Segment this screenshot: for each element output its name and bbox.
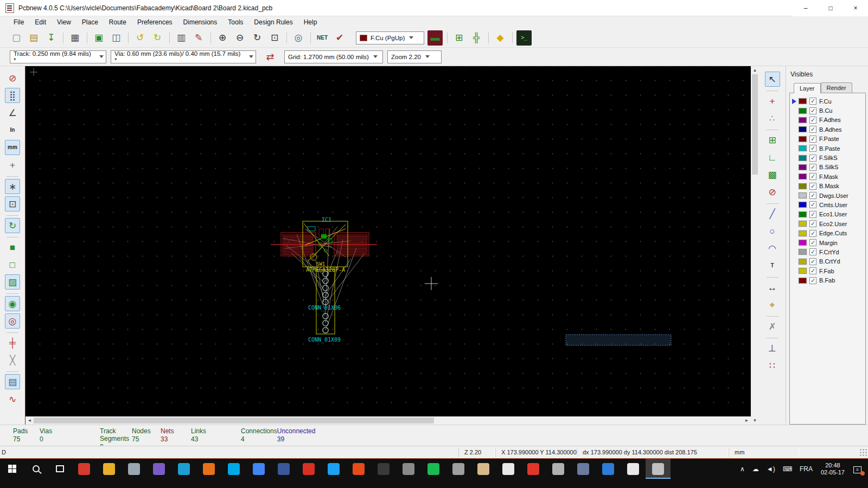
auto-track-width-button[interactable]: ⇄ bbox=[263, 49, 278, 65]
taskbar-app-17[interactable] bbox=[471, 459, 496, 479]
layer-visibility-checkbox[interactable] bbox=[809, 277, 816, 284]
layer-visibility-checkbox[interactable] bbox=[809, 211, 816, 218]
redo-button[interactable]: ↻ bbox=[150, 30, 165, 46]
action-center-button[interactable]: ≡ bbox=[849, 459, 868, 479]
save-board-button[interactable]: ↧ bbox=[43, 30, 59, 46]
menu-place[interactable]: Place bbox=[77, 17, 103, 27]
layer-color-swatch[interactable] bbox=[799, 98, 807, 104]
tab-layer[interactable]: Layer bbox=[794, 83, 821, 93]
layer-row-b-cu[interactable]: B.Cu bbox=[791, 106, 864, 115]
taskbar-app-10[interactable] bbox=[296, 459, 321, 479]
offset-origin-button[interactable]: ⊥ bbox=[765, 341, 780, 356]
layer-color-swatch[interactable] bbox=[799, 202, 807, 208]
layer-visibility-checkbox[interactable] bbox=[809, 201, 816, 208]
scroll-left-icon[interactable]: ◄ bbox=[25, 416, 34, 425]
layer-visibility-checkbox[interactable] bbox=[809, 117, 816, 124]
zone-sketch-button[interactable]: ▨ bbox=[5, 274, 20, 290]
footprint-editor-button[interactable]: ▣ bbox=[91, 30, 106, 46]
taskbar-clock[interactable]: 20:48 02-05-17 bbox=[816, 459, 849, 479]
layer-row-b-fab[interactable]: B.Fab bbox=[791, 275, 864, 285]
track-display-style-button[interactable]: ▬ bbox=[427, 30, 443, 46]
module-ratsnest-button[interactable]: ⊡ bbox=[5, 196, 20, 211]
taskbar-app-spotify[interactable] bbox=[421, 459, 446, 479]
taskbar-app-chrome[interactable] bbox=[246, 459, 271, 479]
drill-origin-button[interactable]: ⌖ bbox=[765, 297, 780, 312]
page-settings-button[interactable]: ▦ bbox=[67, 30, 82, 46]
layer-visibility-checkbox[interactable] bbox=[809, 107, 816, 114]
tray-keyboard-icon[interactable]: ⌨ bbox=[779, 459, 796, 479]
layer-row-eco2-user[interactable]: Eco2.User bbox=[791, 219, 864, 228]
add-keepout-button[interactable]: ⊘ bbox=[765, 184, 780, 200]
netlist-button[interactable]: NET bbox=[315, 30, 330, 46]
menu-preferences[interactable]: Preferences bbox=[132, 17, 177, 27]
layer-visibility-checkbox[interactable] bbox=[809, 98, 816, 105]
layer-row-eco1-user[interactable]: Eco1.User bbox=[791, 210, 864, 219]
tray-cloud-icon[interactable]: ☁ bbox=[749, 459, 763, 479]
drc-button[interactable]: ✔ bbox=[332, 30, 347, 46]
zoom-level-dropdown[interactable]: Zoom 2.20 bbox=[387, 50, 442, 63]
footprint-browser-button[interactable]: ◫ bbox=[108, 30, 124, 46]
grid-origin-button[interactable]: ∷ bbox=[765, 358, 780, 373]
close-button[interactable]: × bbox=[843, 0, 868, 16]
layer-color-swatch[interactable] bbox=[799, 240, 807, 246]
new-board-button[interactable]: ▢ bbox=[9, 30, 24, 46]
menu-tools[interactable]: Tools bbox=[223, 17, 248, 27]
taskbar-app-firefox[interactable] bbox=[196, 459, 221, 479]
menu-view[interactable]: View bbox=[52, 17, 76, 27]
maximize-button[interactable]: □ bbox=[818, 0, 843, 16]
scroll-down-icon[interactable]: ▼ bbox=[751, 416, 759, 425]
local-ratsnest-button[interactable]: ∴ bbox=[765, 111, 780, 126]
add-footprint-button[interactable]: ⊞ bbox=[765, 132, 780, 147]
layer-color-swatch[interactable] bbox=[799, 145, 807, 151]
menu-route[interactable]: Route bbox=[104, 17, 131, 27]
layer-row-f-adhes[interactable]: F.Adhes bbox=[791, 115, 864, 125]
open-board-button[interactable]: ▤ bbox=[26, 30, 41, 46]
taskbar-app-edge[interactable] bbox=[171, 459, 196, 479]
taskbar-app-20[interactable] bbox=[546, 459, 571, 479]
scroll-right-icon[interactable]: ► bbox=[743, 416, 751, 425]
layer-visibility-checkbox[interactable] bbox=[809, 164, 816, 171]
cursor-shape-button[interactable]: + bbox=[5, 157, 20, 172]
layer-row-b-paste[interactable]: B.Paste bbox=[791, 144, 864, 153]
print-button[interactable]: ▥ bbox=[174, 30, 189, 46]
layer-visibility-checkbox[interactable] bbox=[809, 220, 816, 227]
layer-color-swatch[interactable] bbox=[799, 259, 807, 265]
layers-manager-button[interactable]: ▤ bbox=[5, 374, 20, 389]
layer-row-b-silks[interactable]: B.SilkS bbox=[791, 163, 864, 172]
layer-visibility-checkbox[interactable] bbox=[809, 267, 816, 274]
layer-row-b-adhes[interactable]: B.Adhes bbox=[791, 125, 864, 134]
polar-coords-button[interactable]: ∠ bbox=[5, 105, 20, 120]
route-mode-button[interactable]: ╬ bbox=[469, 30, 484, 46]
undo-button[interactable]: ↺ bbox=[132, 30, 148, 46]
layer-color-swatch[interactable] bbox=[799, 174, 807, 179]
units-inch-button[interactable]: In bbox=[5, 123, 20, 138]
layer-row-f-crtyd[interactable]: F.CrtYd bbox=[791, 247, 864, 256]
hscroll-thumb[interactable] bbox=[34, 418, 434, 423]
grid-visibility-button[interactable]: ⣿ bbox=[5, 88, 20, 103]
tracks-display-button[interactable]: ╳ bbox=[5, 352, 20, 368]
layer-row-edge-cuts[interactable]: Edge.Cuts bbox=[791, 228, 864, 237]
layer-row-b-mask[interactable]: B.Mask bbox=[791, 182, 864, 191]
layer-row-f-cu[interactable]: F.Cu bbox=[791, 97, 864, 106]
layer-row-f-fab[interactable]: F.Fab bbox=[791, 266, 864, 275]
layer-color-swatch[interactable] bbox=[799, 221, 807, 227]
taskbar-app-13[interactable] bbox=[371, 459, 396, 479]
tab-render[interactable]: Render bbox=[821, 82, 852, 93]
redraw-button[interactable]: ↻ bbox=[250, 30, 265, 46]
layer-color-swatch[interactable] bbox=[799, 164, 807, 170]
delete-tool-button[interactable]: ✗ bbox=[765, 319, 780, 334]
find-button[interactable]: ◎ bbox=[291, 30, 306, 46]
python-console-button[interactable]: >_ bbox=[516, 30, 532, 46]
tray-volume-icon[interactable]: ◄) bbox=[763, 459, 779, 479]
layer-row-f-mask[interactable]: F.Mask bbox=[791, 172, 864, 181]
layer-color-swatch[interactable] bbox=[799, 211, 807, 217]
route-track-button[interactable]: ∟ bbox=[765, 150, 780, 165]
taskbar-app-3[interactable] bbox=[122, 459, 146, 479]
zoom-in-button[interactable]: ⊕ bbox=[215, 30, 230, 46]
tray-language-indicator[interactable]: FRA bbox=[796, 459, 816, 479]
ratsnest-visibility-button[interactable]: ∗ bbox=[5, 179, 20, 194]
layer-visibility-checkbox[interactable] bbox=[809, 248, 816, 255]
layer-visibility-checkbox[interactable] bbox=[809, 239, 816, 246]
menu-file[interactable]: File bbox=[9, 17, 29, 27]
layer-visibility-checkbox[interactable] bbox=[809, 155, 816, 162]
